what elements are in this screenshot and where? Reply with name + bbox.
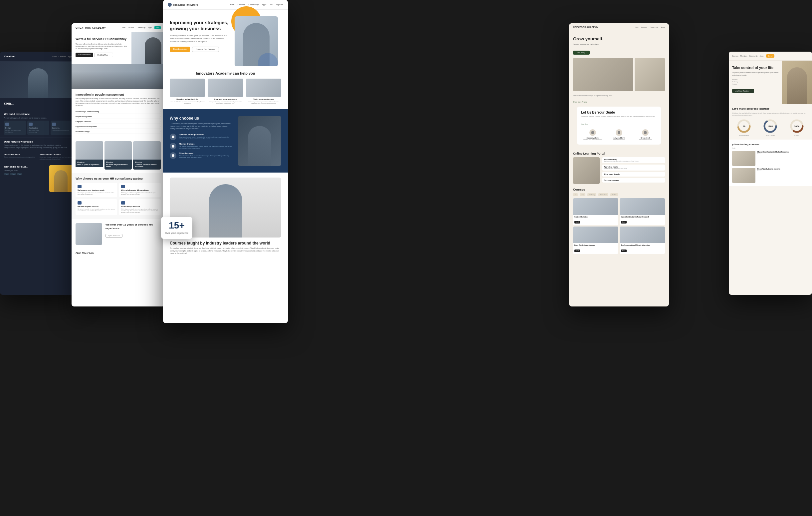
flexible-icon-inner [172, 145, 174, 147]
control-stat-hours-value: 200+ [794, 125, 799, 127]
hr-service-1[interactable]: Resourcing & Talent Planning › [76, 110, 161, 114]
hr-mini-card-1-img [76, 141, 103, 160]
individual-level-icon [616, 129, 622, 136]
grow-course-1-enroll[interactable]: Enroll [574, 221, 580, 223]
filter-sales[interactable]: Sales/Data [598, 193, 608, 196]
grow-milestone-link[interactable]: Show More Pricing [573, 101, 587, 103]
consulting-discover-button[interactable]: Discover Our Courses [192, 47, 219, 52]
control-nav-members[interactable]: Members [741, 55, 748, 57]
control-hero-tags: Business Marketing Finance [732, 79, 779, 85]
consulting-help-section: Innovators Academy can help you Develop … [163, 66, 288, 109]
dark-hero-text: crea... [0, 98, 77, 110]
consulting-nav-apps[interactable]: Apps [262, 4, 266, 6]
hr-find-out-button[interactable]: Find Out More → [94, 53, 113, 57]
experience-box: 15+ Over years experience [161, 217, 192, 239]
grow-guide-title: Let Us Be Your Guide [581, 111, 657, 114]
hr-service-4[interactable]: Organization Development › [76, 125, 161, 129]
control-fascinating-text-1: Master Certification in Market Research … [757, 151, 789, 166]
dark-skills-section: Our skills for sup... Explore your skill… [0, 162, 77, 198]
hr-mini-card-1-title: About usOver 35 years of experience. [77, 161, 102, 166]
hr-nav-apps[interactable]: Apps [148, 27, 152, 29]
consulting-nav-start[interactable]: Start [230, 4, 235, 6]
hr-nav-community[interactable]: Community [137, 27, 145, 29]
grow-portal-private-learning: Private Learning A private corporate pro… [602, 157, 665, 163]
dark-iv-desc: An interactive experience with automatic… [4, 156, 37, 158]
hr-nav-start[interactable]: Start [122, 27, 125, 29]
hr-nav-courses[interactable]: Courses [128, 27, 135, 29]
hr-innovation-title: Innovation in people management [76, 93, 161, 96]
grow-portal-kids-title: Kids, teens & adults [604, 173, 663, 175]
filter-studies[interactable]: Studies [610, 193, 618, 196]
control-hero-title: Take control of your life [732, 65, 779, 70]
hr-get-started-button[interactable]: Get Started Now [76, 53, 93, 57]
consulting-why-feature-1: Quality Learning Solutions We provide th… [170, 134, 233, 140]
consulting-why-feature-3-desc: We work with our clients to understand t… [179, 155, 233, 158]
hr-service-3-name: Employee Relations [76, 120, 91, 123]
control-fascinating-img-1 [732, 151, 755, 166]
consulting-hero-text: Improving your strategies, growing your … [170, 16, 230, 66]
dark-tag-2[interactable]: Tags [10, 173, 16, 175]
dark-nav-courses[interactable]: Courses [59, 56, 66, 58]
monitor-icon [5, 123, 9, 126]
hr-courses-title: Our Courses [71, 249, 165, 256]
consulting-nav-signout[interactable]: Sign out [276, 4, 283, 6]
dark-tag-1[interactable]: Tags [4, 173, 9, 175]
grow-course-read-watch: Read, Watch, Learn, Improve Enroll [573, 226, 618, 254]
grow-course-4-enroll[interactable]: Enroll [621, 249, 627, 252]
grow-nav-start[interactable]: Start [635, 26, 639, 28]
hr-service-2[interactable]: People Management › [76, 115, 161, 119]
dark-nav-start[interactable]: Start [52, 56, 57, 58]
individual-icon-inner [618, 131, 620, 134]
consulting-why-feature-2: Flexible Options Our platform provides a… [170, 143, 233, 150]
filter-all[interactable]: All [573, 193, 578, 196]
filter-marketing[interactable]: Marketing [587, 193, 597, 196]
expand-icon-4: › [160, 126, 161, 128]
control-stat-teens: 59 k, teens & adults [732, 118, 756, 136]
consulting-instructor-person [209, 184, 242, 238]
grow-milestone-text: find us at store to find ways to experie… [573, 94, 665, 97]
hr-nav-links: Start Courses Community Apps Me [122, 26, 161, 29]
control-grow-together-button[interactable]: Lets Grow Together → [732, 89, 754, 93]
dark-tag-3[interactable]: Tags [17, 173, 22, 175]
hr-why-title: Why choose us as your HR consultancy par… [76, 177, 161, 180]
grow-portal-summer: Summer programs [602, 178, 665, 183]
hr-service-3[interactable]: Employee Relations › [76, 119, 161, 124]
grow-guide-more-link[interactable]: Show More [581, 123, 588, 125]
consulting-why-feature-3-title: Client Focused [179, 152, 233, 154]
control-fascinating-items: Master Certification in Market Research … [732, 151, 809, 183]
control-nav-apps[interactable]: Apps [760, 55, 763, 57]
hr-hero-person [145, 37, 162, 64]
control-fascinating-img-2 [732, 168, 755, 183]
consulting-start-learning-button[interactable]: Start Learning [170, 47, 190, 52]
grow-course-3-enroll[interactable]: Enroll [574, 249, 580, 252]
grow-learn-today-button[interactable]: Learn Today → [573, 51, 590, 55]
grow-nav-courses[interactable]: Courses [641, 26, 647, 28]
consulting-nav-community[interactable]: Community [249, 4, 259, 6]
phone-icon [29, 123, 33, 126]
hr-explore-courses-button[interactable]: Explore Our Courses [106, 234, 122, 238]
dark-assessments: Assessments · Exams Create and manage ex… [39, 154, 72, 160]
grow-logo: CREATORS ACADEMY [573, 26, 598, 28]
dark-hero-person [28, 68, 48, 98]
quality-icon-inner [172, 136, 174, 138]
consulting-nav-courses[interactable]: Courses [238, 4, 245, 6]
grow-nav-community[interactable]: Community [650, 26, 658, 28]
consulting-logo-text: Consulting Innovators [173, 4, 198, 6]
hr-why-1-desc: Our unique approach means we consider ou… [78, 192, 115, 195]
grow-course-3-body: Read, Watch, Learn, Improve Enroll [573, 243, 618, 254]
hr-nav-button[interactable]: Me [154, 26, 161, 29]
hr-mini-card-1-body: About usOver 35 years of experience. [76, 160, 103, 167]
hr-why-2-desc: We help you build a strong HR function t… [121, 192, 159, 195]
control-enroll-button[interactable]: Enroll [766, 54, 774, 58]
consulting-nav-user[interactable]: Me [270, 4, 272, 6]
grow-nav-apps[interactable]: Apps [661, 26, 665, 28]
control-nav-courses[interactable]: Courses [732, 55, 738, 57]
hr-mini-card-2-title: About usWe focus on your business needs. [106, 161, 130, 168]
control-nav-community[interactable]: Community [749, 55, 757, 57]
hr-why-section: Why choose us as your HR consultancy par… [71, 173, 165, 219]
hr-service-5[interactable]: Business Change › [76, 130, 161, 134]
grow-course-1-img [573, 198, 618, 215]
filter-top[interactable]: Top [580, 193, 585, 196]
grow-course-2-enroll[interactable]: Enroll [621, 221, 627, 223]
grow-level-group: Group level Team and group learning [633, 129, 657, 141]
